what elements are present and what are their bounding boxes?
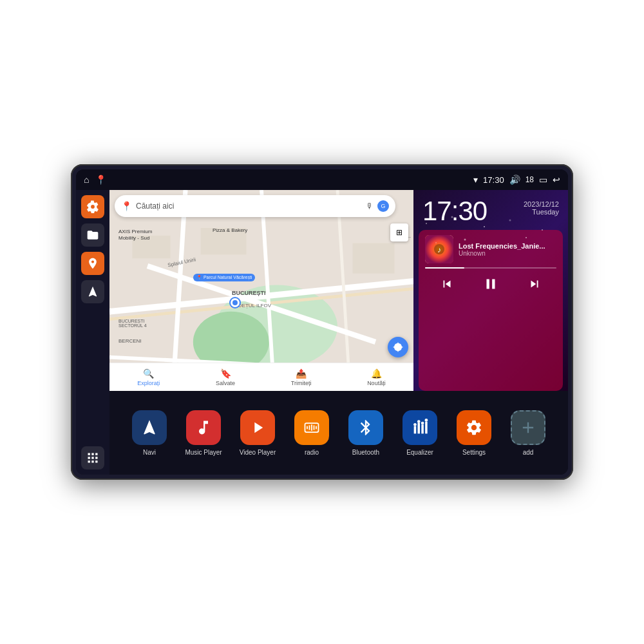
settings-label: Settings [462,449,486,456]
map-center-button[interactable] [388,337,408,357]
map-search-pin-icon: 📍 [121,201,132,211]
back-icon[interactable]: ↩ [553,175,560,185]
main-content: Google AXIS PremiumMobility - Sud Pizza … [76,190,568,475]
svg-rect-6 [88,460,90,462]
news-icon: 🔔 [371,368,382,379]
music-album-art: ♪ [425,235,453,263]
app-navi[interactable]: Navi [127,410,172,456]
svg-point-51 [421,421,424,424]
status-right: ▾ 17:30 🔊 18 ▭ ↩ [473,175,560,185]
svg-rect-4 [91,457,93,459]
home-icon[interactable]: ⌂ [84,175,89,185]
wifi-icon: ▾ [473,175,478,185]
bluetooth-icon [348,410,383,445]
svg-point-49 [413,423,417,426]
map-label-axis: AXIS PremiumMobility - Sud [118,229,152,242]
navi-icon [132,410,167,445]
map-account-icon[interactable]: G [377,200,389,212]
bluetooth-label: Bluetooth [352,449,379,456]
add-icon [511,410,545,445]
equalizer-label: Equalizer [406,449,433,456]
app-equalizer[interactable]: Equalizer [397,410,442,456]
map-panel[interactable]: Google AXIS PremiumMobility - Sud Pizza … [109,190,413,391]
music-label: Music Player [185,449,222,456]
map-layers-button[interactable]: ⊞ [390,223,408,242]
status-bar: ⌂ 📍 ▾ 17:30 🔊 18 ▭ ↩ [76,169,568,190]
map-nav-saved-label: Salvate [216,380,235,386]
music-prev-button[interactable] [437,274,457,294]
svg-point-52 [425,419,428,422]
map-mic-icon[interactable]: 🎙 [366,202,374,211]
map-label-pizza: Pizza & Bakery [213,227,247,233]
music-next-button[interactable] [524,274,545,294]
clock-day: Tuesday [524,208,559,216]
equalizer-icon [402,410,437,445]
map-pin-parc[interactable]: 📍 Parcul Natural Văcărești [193,274,255,281]
map-nav-explore-label: Explorați [137,380,160,386]
navi-label: Navi [143,449,156,456]
map-nav-send-label: Trimiteți [291,380,312,386]
maps-icon[interactable]: 📍 [95,175,106,185]
sidebar-settings-button[interactable] [81,195,104,218]
clock-section: 17:30 2023/12/12 Tuesday [413,190,568,230]
explore-icon: 🔍 [143,368,154,379]
map-search-bar[interactable]: 📍 Căutați aici 🎙 G [115,195,395,217]
device-frame: ⌂ 📍 ▾ 17:30 🔊 18 ▭ ↩ [71,164,573,480]
map-nav-explore[interactable]: 🔍 Explorați [137,368,160,386]
music-controls [425,274,556,294]
svg-rect-5 [95,457,97,459]
app-music[interactable]: Music Player [181,410,226,456]
app-grid: Navi Music Player Video Player [109,391,568,475]
app-settings[interactable]: Settings [451,410,497,456]
settings-icon [457,410,491,445]
map-nav-news-label: Noutăți [367,380,386,386]
status-time: 17:30 [483,175,504,185]
left-sidebar [76,190,109,475]
app-radio[interactable]: radio [289,410,334,456]
map-nav-saved[interactable]: 🔖 Salvate [216,368,235,386]
map-label-buc: BUCUREȘTI [232,290,266,296]
map-bottom-nav: 🔍 Explorați 🔖 Salvate 📤 Trimiteți [109,363,413,391]
map-search-input[interactable]: Căutați aici [136,202,362,211]
music-progress-bar[interactable] [425,267,556,269]
music-pause-button[interactable] [480,274,501,294]
app-video[interactable]: Video Player [235,410,280,456]
svg-rect-47 [421,424,424,433]
sidebar-files-button[interactable] [81,223,104,247]
clock-date: 2023/12/12 Tuesday [524,200,559,216]
sidebar-map-button[interactable] [81,252,104,275]
svg-rect-45 [414,426,417,433]
clock-date-value: 2023/12/12 [524,200,559,208]
volume-icon: 🔊 [509,175,520,185]
svg-text:♪: ♪ [437,245,441,254]
svg-rect-0 [88,453,90,455]
radio-label: radio [305,449,319,456]
app-bluetooth[interactable]: Bluetooth [343,410,388,456]
right-panel: 17:30 2023/12/12 Tuesday [413,190,568,391]
svg-rect-7 [91,460,93,462]
add-label: add [523,449,534,456]
map-label-buc-s4: BUCUREȘTISECTORUL 4 [118,319,147,328]
center-area: Google AXIS PremiumMobility - Sud Pizza … [109,190,568,475]
map-current-location [231,298,240,307]
map-label-berceni: BERCENI [118,338,142,344]
svg-rect-1 [91,453,93,455]
svg-rect-3 [88,457,90,459]
radio-icon [294,410,329,445]
sidebar-grid-button[interactable] [81,446,104,469]
saved-icon: 🔖 [220,368,231,379]
music-progress-fill [425,267,464,269]
video-player-icon [240,410,275,445]
send-icon: 📤 [296,368,307,379]
battery-num: 18 [526,175,534,184]
music-title: Lost Frequencies_Janie... [459,242,556,250]
sidebar-nav-button[interactable] [81,280,104,303]
svg-rect-8 [95,460,97,462]
map-nav-news[interactable]: 🔔 Noutăți [367,368,386,386]
app-add[interactable]: add [506,410,551,456]
music-track-info: ♪ Lost Frequencies_Janie... Unknown [425,235,556,263]
video-label: Video Player [240,449,276,456]
music-player: ♪ Lost Frequencies_Janie... Unknown [419,230,563,391]
map-nav-send[interactable]: 📤 Trimiteți [291,368,312,386]
music-player-icon [186,410,221,445]
